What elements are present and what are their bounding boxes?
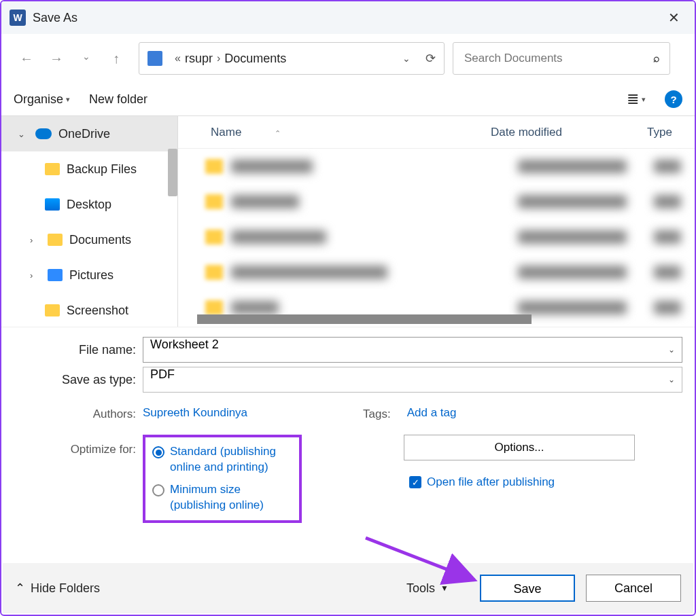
filename-input[interactable]: Worksheet 2 ⌄	[143, 337, 682, 363]
list-item[interactable]	[178, 255, 695, 290]
search-box[interactable]: ⌕	[453, 42, 670, 75]
radio-selected-icon	[152, 446, 164, 458]
radio-standard[interactable]: Standard (publishing online and printing…	[152, 444, 288, 475]
list-item[interactable]	[178, 149, 695, 184]
chevron-right-icon: «	[175, 52, 181, 65]
tools-dropdown[interactable]: Tools ▼	[406, 581, 449, 596]
dropdown-caret-icon[interactable]: ⌄	[668, 345, 675, 355]
new-folder-label: New folder	[89, 92, 147, 107]
horizontal-scrollbar[interactable]	[197, 314, 532, 324]
sort-caret-icon: ⌃	[275, 129, 281, 137]
pictures-icon	[48, 269, 63, 281]
caret-down-icon: ▾	[66, 95, 70, 104]
optimize-label: Optimize for:	[14, 435, 143, 456]
dialog-footer: ⌃ Hide Folders Tools ▼ Save Cancel	[3, 563, 693, 613]
tree-item-documents[interactable]: › Documents	[1, 222, 177, 257]
folder-icon	[48, 234, 63, 246]
tree-label: Backup Files	[67, 162, 137, 177]
optimize-radio-group: Standard (publishing online and printing…	[143, 435, 302, 523]
tools-label: Tools	[406, 581, 435, 596]
window-title: Save As	[33, 11, 661, 25]
file-list-body	[178, 149, 695, 327]
tree-label: Desktop	[67, 198, 111, 212]
caret-down-icon: ▾	[642, 95, 646, 104]
tree-item-screenshot[interactable]: Screenshot	[1, 293, 177, 327]
up-icon[interactable]: ↑	[109, 51, 124, 67]
save-form: File name: Worksheet 2 ⌄ Save as type: P…	[1, 327, 695, 523]
hide-folders-label: Hide Folders	[31, 581, 100, 596]
refresh-icon[interactable]: ⟳	[425, 51, 436, 66]
filename-label: File name:	[14, 343, 143, 357]
chevron-right-icon: ›	[217, 52, 220, 65]
saveastype-select[interactable]: PDF ⌄	[143, 367, 682, 393]
view-mode-button[interactable]: ≣ ▾	[627, 90, 646, 108]
breadcrumb-current[interactable]: Documents	[224, 52, 286, 66]
authors-value[interactable]: Supreeth Koundinya	[143, 406, 247, 420]
address-bar[interactable]: « rsupr › Documents ⌄ ⟳	[139, 42, 445, 75]
filename-value: Worksheet 2	[150, 338, 219, 351]
folder-icon	[45, 304, 60, 316]
radio-minimum-label: Minimum size (publishing online)	[170, 482, 288, 513]
list-view-icon: ≣	[627, 90, 639, 108]
desktop-icon	[45, 198, 60, 211]
chevron-down-icon: ⌄	[18, 129, 29, 139]
list-item[interactable]	[178, 184, 695, 219]
title-bar: W Save As ✕	[1, 1, 695, 34]
radio-minimum[interactable]: Minimum size (publishing online)	[152, 482, 288, 513]
close-icon[interactable]: ✕	[661, 7, 686, 29]
tree-item-pictures[interactable]: › Pictures	[1, 257, 177, 293]
file-list-header: Name ⌃ Date modified Type	[178, 116, 695, 149]
tree-label: Documents	[69, 233, 131, 247]
word-app-icon: W	[10, 10, 26, 26]
search-input[interactable]	[463, 51, 653, 66]
caret-down-icon: ▼	[440, 583, 449, 593]
toolbar: Organise ▾ New folder ≣ ▾ ?	[1, 83, 695, 115]
column-date[interactable]: Date modified	[491, 126, 647, 139]
radio-unselected-icon	[152, 484, 164, 496]
breadcrumb-parent[interactable]: rsupr	[185, 52, 213, 66]
open-after-checkbox[interactable]: ✓ Open file after publishing	[404, 475, 635, 489]
dropdown-caret-icon[interactable]: ⌄	[668, 375, 675, 384]
organise-button[interactable]: Organise ▾	[14, 92, 70, 107]
cancel-button[interactable]: Cancel	[586, 575, 681, 602]
tree-label: Pictures	[69, 268, 114, 283]
onedrive-icon	[35, 128, 52, 139]
file-list[interactable]: Name ⌃ Date modified Type	[178, 116, 695, 327]
folder-icon	[45, 163, 60, 175]
search-icon[interactable]: ⌕	[653, 52, 660, 65]
tags-value[interactable]: Add a tag	[407, 406, 457, 421]
scrollbar-thumb[interactable]	[168, 149, 177, 196]
location-icon	[147, 51, 162, 66]
save-button[interactable]: Save	[480, 575, 575, 602]
explorer-pane: ⌄ OneDrive Backup Files Desktop › Docume…	[1, 115, 695, 327]
folder-tree[interactable]: ⌄ OneDrive Backup Files Desktop › Docume…	[1, 116, 178, 327]
chevron-right-icon: ›	[30, 235, 41, 245]
list-item[interactable]	[178, 219, 695, 255]
new-folder-button[interactable]: New folder	[89, 92, 147, 107]
forward-icon[interactable]: →	[49, 51, 64, 67]
radio-standard-label: Standard (publishing online and printing…	[170, 444, 288, 475]
recent-dropdown-icon[interactable]: ⌄	[79, 51, 94, 67]
authors-label: Authors:	[14, 406, 143, 421]
navigation-row: ← → ⌄ ↑ « rsupr › Documents ⌄ ⟳ ⌕	[1, 34, 695, 83]
chevron-up-icon: ⌃	[15, 581, 25, 596]
options-button[interactable]: Options...	[404, 435, 635, 460]
column-name[interactable]: Name ⌃	[178, 126, 491, 139]
open-after-label: Open file after publishing	[427, 475, 555, 489]
chevron-right-icon: ›	[30, 270, 41, 280]
help-icon[interactable]: ?	[665, 90, 682, 108]
back-icon[interactable]: ←	[19, 51, 34, 67]
organise-label: Organise	[14, 92, 63, 107]
saveastype-value: PDF	[150, 367, 175, 381]
column-type[interactable]: Type	[647, 126, 695, 139]
tags-label: Tags:	[363, 406, 398, 421]
hide-folders-button[interactable]: ⌃ Hide Folders	[15, 581, 100, 596]
tree-label: OneDrive	[58, 127, 110, 141]
address-dropdown-icon[interactable]: ⌄	[402, 53, 411, 64]
tree-label: Screenshot	[67, 304, 128, 318]
tree-item-onedrive[interactable]: ⌄ OneDrive	[1, 116, 177, 151]
tree-item-backup[interactable]: Backup Files	[1, 151, 177, 187]
checkbox-checked-icon: ✓	[409, 476, 421, 488]
tree-item-desktop[interactable]: Desktop	[1, 187, 177, 222]
saveastype-label: Save as type:	[14, 373, 143, 387]
